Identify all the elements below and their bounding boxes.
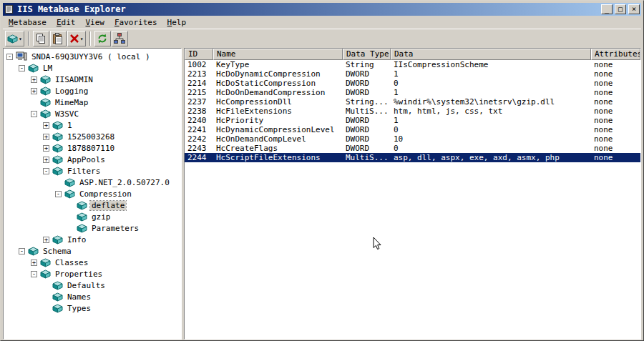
table-row-2244[interactable]: 2244HcScriptFileExtensionsMultiS...asp, … <box>185 153 640 162</box>
paste-button[interactable] <box>50 31 67 46</box>
tree-node-1[interactable]: +1 <box>4 119 181 131</box>
table-row-2240[interactable]: 2240HcPriorityDWORD1none <box>185 116 640 125</box>
table-cell: 2240 <box>185 116 213 125</box>
tree-node-deflate[interactable]: deflate <box>4 199 181 211</box>
expand-toggle-icon[interactable]: + <box>43 157 49 163</box>
node-icon <box>40 258 51 267</box>
table-row-2213[interactable]: 2213HcDoDynamicCompressionDWORD1none <box>185 69 640 79</box>
table-cell: String <box>343 60 391 69</box>
menu-view[interactable]: View <box>80 16 109 29</box>
table-row-2237[interactable]: 2237HcCompressionDllString...%windir%\sy… <box>185 97 640 107</box>
node-icon <box>77 212 87 222</box>
table-cell: 0 <box>391 79 591 88</box>
table-row-2242[interactable]: 2242HcOnDemandCompLevelDWORD10none <box>185 134 640 144</box>
column-header-data[interactable]: Data <box>391 49 591 60</box>
tree-node-types[interactable]: Types <box>4 302 181 314</box>
tree-node-info[interactable]: +Info <box>4 234 181 245</box>
expand-toggle-icon[interactable]: + <box>43 237 49 243</box>
collapse-toggle-icon[interactable]: - <box>31 271 37 277</box>
table-row-1002[interactable]: 1002KeyTypeStringIIsCompressionSchemenon… <box>185 60 640 69</box>
tree-node-lm[interactable]: -LM <box>4 62 181 74</box>
tree-node-label: Parameters <box>90 224 140 233</box>
tree-node-label: SNDA-69Q3UYY3V6 ( local ) <box>30 52 152 61</box>
table-row-2214[interactable]: 2214HcDoStaticCompressionDWORD0none <box>185 79 640 88</box>
menu-metabase[interactable]: Metabase <box>4 16 52 29</box>
tree-node-label: Types <box>66 304 92 313</box>
expand-toggle-icon[interactable]: + <box>43 122 49 129</box>
tree-node-names[interactable]: Names <box>4 291 181 302</box>
column-header-data-type[interactable]: Data Type <box>343 49 391 60</box>
tree-node-label: Filters <box>66 167 102 176</box>
dropdown-arrow-icon[interactable]: ▾ <box>19 36 22 42</box>
table-cell: HcFileExtensions <box>213 107 343 116</box>
node-icon <box>28 64 39 73</box>
collapse-toggle-icon[interactable]: - <box>19 248 25 254</box>
table-cell: 2213 <box>185 69 213 79</box>
table-row-2241[interactable]: 2241HcDynamicCompressionLevelDWORD0none <box>185 125 640 134</box>
tree-node-properties[interactable]: -Properties <box>4 268 181 280</box>
tree-node-label: LM <box>42 64 54 73</box>
tree-node-classes[interactable]: +Classes <box>4 257 181 268</box>
tree-node-iisadmin[interactable]: +IISADMIN <box>4 74 181 85</box>
node-icon <box>64 189 75 199</box>
menu-edit[interactable]: Edit <box>52 16 81 29</box>
tree-node-snda-69q3uyy3v6-local-[interactable]: -SNDA-69Q3UYY3V6 ( local ) <box>4 51 181 62</box>
tree-node-parameters[interactable]: Parameters <box>4 222 181 234</box>
node-icon <box>52 121 63 130</box>
title-bar[interactable]: IIS Metabase Explorer _ □ × <box>3 3 641 16</box>
tree-node-mimemap[interactable]: MimeMap <box>4 97 181 108</box>
collapse-toggle-icon[interactable]: - <box>6 54 13 60</box>
tree-node-1878807110[interactable]: +1878807110 <box>4 142 181 154</box>
tree-node-compression[interactable]: -Compression <box>4 188 181 199</box>
maximize-button[interactable]: □ <box>615 4 626 14</box>
refresh-button[interactable] <box>94 31 111 46</box>
new-key-button[interactable]: ▾ <box>5 31 24 46</box>
toolbar-separator <box>28 31 29 46</box>
tree-node-label: gzip <box>90 212 112 222</box>
tree-node-label: Logging <box>54 87 89 96</box>
tree-node-1525003268[interactable]: +1525003268 <box>4 131 181 142</box>
expand-toggle-icon[interactable]: + <box>31 260 37 266</box>
node-icon <box>40 270 51 279</box>
collapse-toggle-icon[interactable]: - <box>55 191 62 197</box>
table-cell: DWORD <box>343 88 391 97</box>
copy-button[interactable] <box>33 31 49 46</box>
minimize-button[interactable]: _ <box>601 4 613 14</box>
connect-button[interactable] <box>112 31 128 46</box>
column-header-attributes[interactable]: Attributes <box>591 49 640 60</box>
table-cell: 2244 <box>185 153 213 162</box>
column-header-name[interactable]: Name <box>213 49 343 60</box>
tree-node-logging[interactable]: +Logging <box>4 85 181 97</box>
tree-node-defaults[interactable]: Defaults <box>4 280 181 291</box>
expand-toggle-icon[interactable]: + <box>31 88 37 94</box>
tree-node-asp-net-2-0-50727-0[interactable]: ASP.NET_2.0.50727.0 <box>4 177 181 188</box>
dropdown-arrow-icon[interactable]: ▾ <box>80 36 84 42</box>
node-icon <box>77 201 87 210</box>
tree-node-apppools[interactable]: +AppPools <box>4 154 181 165</box>
tree-node-filters[interactable]: -Filters <box>4 165 181 177</box>
table-cell: 1 <box>391 88 591 97</box>
column-header-id[interactable]: ID <box>185 49 213 60</box>
collapse-toggle-icon[interactable]: - <box>31 111 37 117</box>
expand-toggle-icon[interactable]: + <box>31 76 37 83</box>
menu-help[interactable]: Help <box>162 16 192 29</box>
table-row-2243[interactable]: 2243HcCreateFlagsDWORD0none <box>185 144 640 153</box>
menu-favorites[interactable]: Favorites <box>109 16 162 29</box>
table-row-2238[interactable]: 2238HcFileExtensionsMultiS...htm, html, … <box>185 107 640 116</box>
tree-node-w3svc[interactable]: -W3SVC <box>4 108 181 119</box>
expand-toggle-icon[interactable]: + <box>43 145 49 152</box>
table-row-2215[interactable]: 2215HcDoOnDemandCompressionDWORD1none <box>185 88 640 97</box>
node-icon <box>52 144 63 153</box>
table-cell: 10 <box>391 134 591 144</box>
close-button[interactable]: × <box>628 4 640 14</box>
table-cell: HcOnDemandCompLevel <box>213 134 343 144</box>
tree-node-gzip[interactable]: gzip <box>4 211 181 222</box>
expand-toggle-icon[interactable]: + <box>43 134 49 140</box>
content-area: -SNDA-69Q3UYY3V6 ( local )-LM+IISADMIN+L… <box>3 48 641 340</box>
table-cell: DWORD <box>343 134 391 144</box>
node-icon <box>52 292 63 302</box>
delete-button[interactable]: ▾ <box>67 31 86 46</box>
tree-node-schema[interactable]: -Schema <box>4 245 181 257</box>
collapse-toggle-icon[interactable]: - <box>43 168 49 174</box>
collapse-toggle-icon[interactable]: - <box>19 65 25 71</box>
